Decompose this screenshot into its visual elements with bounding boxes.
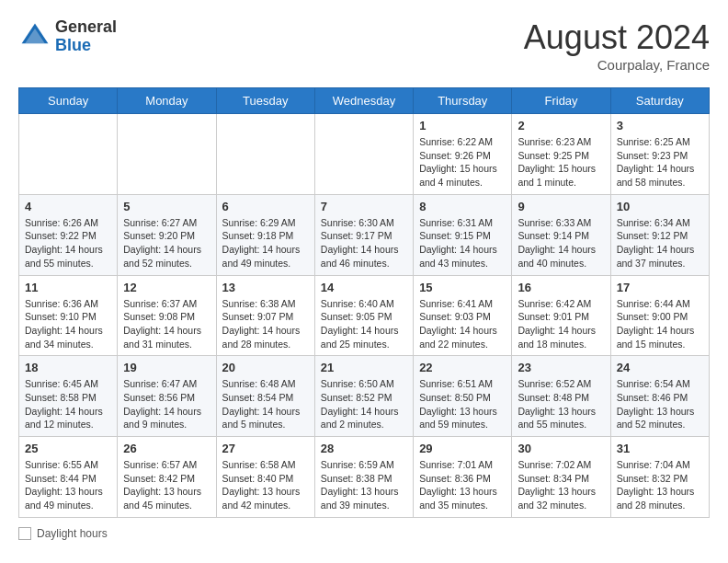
day-info: Sunrise: 7:02 AMSunset: 8:34 PMDaylight:… — [518, 458, 604, 512]
calendar-cell: 16Sunrise: 6:42 AMSunset: 9:01 PMDayligh… — [512, 275, 610, 356]
day-number: 2 — [518, 119, 604, 132]
calendar-cell: 13Sunrise: 6:38 AMSunset: 9:07 PMDayligh… — [216, 275, 314, 356]
weekday-header: Sunday — [19, 88, 118, 114]
day-info: Sunrise: 6:36 AMSunset: 9:10 PMDaylight:… — [25, 297, 111, 351]
calendar-cell: 18Sunrise: 6:45 AMSunset: 8:58 PMDayligh… — [19, 356, 118, 437]
weekday-header: Saturday — [610, 88, 709, 114]
logo-icon — [18, 20, 51, 53]
calendar-cell: 9Sunrise: 6:33 AMSunset: 9:14 PMDaylight… — [512, 194, 610, 275]
calendar-cell: 1Sunrise: 6:22 AMSunset: 9:26 PMDaylight… — [414, 114, 512, 195]
logo-general-text: General — [55, 18, 117, 37]
day-info: Sunrise: 6:45 AMSunset: 8:58 PMDaylight:… — [25, 377, 111, 431]
weekday-header: Friday — [512, 88, 610, 114]
day-info: Sunrise: 6:44 AMSunset: 9:00 PMDaylight:… — [617, 297, 703, 351]
weekday-header-row: SundayMondayTuesdayWednesdayThursdayFrid… — [19, 88, 710, 114]
calendar-cell: 8Sunrise: 6:31 AMSunset: 9:15 PMDaylight… — [414, 194, 512, 275]
weekday-header: Monday — [118, 88, 216, 114]
calendar-cell: 23Sunrise: 6:52 AMSunset: 8:48 PMDayligh… — [512, 356, 610, 437]
daylight-label: Daylight hours — [37, 527, 108, 540]
day-number: 27 — [222, 442, 309, 455]
calendar-cell: 17Sunrise: 6:44 AMSunset: 9:00 PMDayligh… — [610, 275, 709, 356]
calendar-cell — [19, 114, 118, 195]
day-number: 17 — [617, 281, 703, 294]
weekday-header: Thursday — [414, 88, 512, 114]
day-number: 7 — [321, 200, 407, 213]
day-info: Sunrise: 6:37 AMSunset: 9:08 PMDaylight:… — [123, 297, 210, 351]
day-info: Sunrise: 7:04 AMSunset: 8:32 PMDaylight:… — [617, 458, 703, 512]
calendar-week-row: 4Sunrise: 6:26 AMSunset: 9:22 PMDaylight… — [19, 194, 710, 275]
day-number: 20 — [222, 361, 309, 374]
day-number: 21 — [321, 361, 407, 374]
day-number: 28 — [321, 442, 407, 455]
day-number: 23 — [518, 361, 604, 374]
calendar-cell: 15Sunrise: 6:41 AMSunset: 9:03 PMDayligh… — [414, 275, 512, 356]
day-info: Sunrise: 6:42 AMSunset: 9:01 PMDaylight:… — [518, 297, 604, 351]
calendar-cell: 30Sunrise: 7:02 AMSunset: 8:34 PMDayligh… — [512, 437, 610, 518]
day-info: Sunrise: 6:25 AMSunset: 9:23 PMDaylight:… — [617, 135, 703, 190]
day-info: Sunrise: 6:26 AMSunset: 9:22 PMDaylight:… — [25, 216, 111, 270]
calendar-cell: 3Sunrise: 6:25 AMSunset: 9:23 PMDaylight… — [610, 114, 709, 195]
day-number: 18 — [25, 361, 111, 374]
day-number: 22 — [419, 361, 506, 374]
day-number: 16 — [518, 281, 604, 294]
calendar-cell: 7Sunrise: 6:30 AMSunset: 9:17 PMDaylight… — [314, 194, 413, 275]
day-number: 13 — [222, 281, 309, 294]
calendar-cell: 28Sunrise: 6:59 AMSunset: 8:38 PMDayligh… — [314, 437, 413, 518]
day-number: 29 — [419, 442, 506, 455]
calendar-cell: 24Sunrise: 6:54 AMSunset: 8:46 PMDayligh… — [610, 356, 709, 437]
day-info: Sunrise: 6:22 AMSunset: 9:26 PMDaylight:… — [419, 135, 506, 190]
day-info: Sunrise: 7:01 AMSunset: 8:36 PMDaylight:… — [419, 458, 506, 512]
day-number: 11 — [25, 281, 111, 294]
calendar-cell: 11Sunrise: 6:36 AMSunset: 9:10 PMDayligh… — [19, 275, 118, 356]
daylight-legend-box — [18, 527, 31, 540]
day-number: 5 — [123, 200, 210, 213]
day-info: Sunrise: 6:57 AMSunset: 8:42 PMDaylight:… — [123, 458, 210, 512]
day-info: Sunrise: 6:58 AMSunset: 8:40 PMDaylight:… — [222, 458, 309, 512]
calendar-week-row: 1Sunrise: 6:22 AMSunset: 9:26 PMDaylight… — [19, 114, 710, 195]
logo-blue-text: Blue — [55, 37, 117, 55]
calendar-cell: 31Sunrise: 7:04 AMSunset: 8:32 PMDayligh… — [610, 437, 709, 518]
day-number: 31 — [617, 442, 703, 455]
calendar-week-row: 25Sunrise: 6:55 AMSunset: 8:44 PMDayligh… — [19, 437, 710, 518]
weekday-header: Tuesday — [216, 88, 314, 114]
day-info: Sunrise: 6:33 AMSunset: 9:14 PMDaylight:… — [518, 216, 604, 270]
day-number: 14 — [321, 281, 407, 294]
calendar-cell: 12Sunrise: 6:37 AMSunset: 9:08 PMDayligh… — [118, 275, 216, 356]
day-info: Sunrise: 6:41 AMSunset: 9:03 PMDaylight:… — [419, 297, 506, 351]
calendar-cell: 2Sunrise: 6:23 AMSunset: 9:25 PMDaylight… — [512, 114, 610, 195]
day-info: Sunrise: 6:27 AMSunset: 9:20 PMDaylight:… — [123, 216, 210, 270]
calendar-cell: 25Sunrise: 6:55 AMSunset: 8:44 PMDayligh… — [19, 437, 118, 518]
day-number: 9 — [518, 200, 604, 213]
day-info: Sunrise: 6:52 AMSunset: 8:48 PMDaylight:… — [518, 377, 604, 431]
day-info: Sunrise: 6:54 AMSunset: 8:46 PMDaylight:… — [617, 377, 703, 431]
day-info: Sunrise: 6:55 AMSunset: 8:44 PMDaylight:… — [25, 458, 111, 512]
day-info: Sunrise: 6:38 AMSunset: 9:07 PMDaylight:… — [222, 297, 309, 351]
day-info: Sunrise: 6:23 AMSunset: 9:25 PMDaylight:… — [518, 135, 604, 190]
page-header: General Blue August 2024 Courpalay, Fran… — [18, 18, 710, 73]
day-info: Sunrise: 6:40 AMSunset: 9:05 PMDaylight:… — [321, 297, 407, 351]
month-year: August 2024 — [524, 18, 710, 57]
calendar-week-row: 11Sunrise: 6:36 AMSunset: 9:10 PMDayligh… — [19, 275, 710, 356]
calendar-cell: 19Sunrise: 6:47 AMSunset: 8:56 PMDayligh… — [118, 356, 216, 437]
calendar-cell: 29Sunrise: 7:01 AMSunset: 8:36 PMDayligh… — [414, 437, 512, 518]
calendar-cell: 6Sunrise: 6:29 AMSunset: 9:18 PMDaylight… — [216, 194, 314, 275]
title-block: August 2024 Courpalay, France — [524, 18, 710, 73]
day-number: 1 — [419, 119, 506, 132]
day-info: Sunrise: 6:48 AMSunset: 8:54 PMDaylight:… — [222, 377, 309, 431]
day-number: 15 — [419, 281, 506, 294]
day-number: 10 — [617, 200, 703, 213]
day-info: Sunrise: 6:34 AMSunset: 9:12 PMDaylight:… — [617, 216, 703, 270]
calendar-cell — [216, 114, 314, 195]
calendar-cell: 5Sunrise: 6:27 AMSunset: 9:20 PMDaylight… — [118, 194, 216, 275]
day-number: 12 — [123, 281, 210, 294]
day-number: 19 — [123, 361, 210, 374]
day-number: 4 — [25, 200, 111, 213]
calendar-cell: 22Sunrise: 6:51 AMSunset: 8:50 PMDayligh… — [414, 356, 512, 437]
day-info: Sunrise: 6:30 AMSunset: 9:17 PMDaylight:… — [321, 216, 407, 270]
calendar-cell: 21Sunrise: 6:50 AMSunset: 8:52 PMDayligh… — [314, 356, 413, 437]
logo: General Blue — [18, 18, 117, 55]
day-number: 30 — [518, 442, 604, 455]
location: Courpalay, France — [524, 57, 710, 73]
calendar-cell — [118, 114, 216, 195]
calendar-cell: 10Sunrise: 6:34 AMSunset: 9:12 PMDayligh… — [610, 194, 709, 275]
